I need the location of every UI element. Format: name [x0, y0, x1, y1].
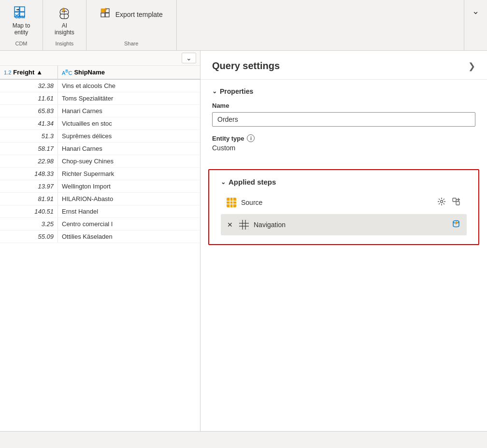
cdm-map-icon: CDM — [14, 6, 29, 21]
properties-section-header: ⌄ Properties — [212, 87, 475, 95]
table-row[interactable]: 140.51 Ernst Handel — [0, 205, 200, 218]
shipname-type-badge: ABC — [62, 69, 72, 76]
map-to-entity-label: Map toentity — [13, 22, 30, 36]
svg-rect-1 — [20, 7, 25, 12]
main-content: ⌄ 1.2 Freight ▲ ABC ShipName 32.38 Vins … — [0, 51, 487, 431]
entity-type-info-icon[interactable]: i — [247, 134, 255, 142]
insights-group-label: Insights — [55, 41, 73, 46]
cell-shipname: Victuailles en stoc — [58, 117, 200, 130]
table-row[interactable]: 41.34 Victuailles en stoc — [0, 117, 200, 130]
ai-brain-icon — [57, 6, 72, 21]
svg-point-15 — [441, 201, 443, 203]
ai-insights-button[interactable]: AIinsights — [51, 4, 78, 38]
expand-panel-button[interactable]: ❯ — [468, 61, 475, 72]
source-step-actions — [436, 196, 462, 209]
dropdown-bar: ⌄ — [0, 51, 200, 66]
data-table-panel: ⌄ 1.2 Freight ▲ ABC ShipName 32.38 Vins … — [0, 51, 201, 431]
source-settings-icon[interactable] — [436, 196, 447, 209]
cell-shipname: Vins et alcools Che — [58, 80, 200, 92]
navigation-step-name: Navigation — [254, 221, 446, 229]
source-step-name: Source — [241, 199, 432, 206]
export-template-label: Export template — [115, 11, 163, 18]
query-settings-header: Query settings ❯ — [201, 51, 487, 80]
cell-freight: 22.98 — [0, 155, 58, 167]
cell-freight: 41.34 — [0, 117, 58, 130]
export-icon — [100, 8, 112, 21]
name-field-label: Name — [212, 102, 475, 109]
table-row[interactable]: 148.33 Richter Supermark — [0, 168, 200, 180]
step-source[interactable]: Source — [221, 192, 467, 213]
cell-freight: 55.09 — [0, 231, 58, 243]
cell-shipname: Wellington Import — [58, 180, 200, 192]
cell-shipname: Hanari Carnes — [58, 143, 200, 155]
svg-rect-9 — [105, 13, 109, 17]
cell-freight: 3.25 — [0, 218, 58, 230]
svg-rect-16 — [453, 198, 456, 202]
shipname-column-label: ShipName — [74, 69, 105, 76]
navigation-delete-button[interactable]: ✕ — [226, 220, 234, 229]
svg-rect-10 — [227, 198, 236, 207]
cell-freight: 13.97 — [0, 180, 58, 192]
freight-column-label: Freight — [13, 69, 34, 76]
name-field-input[interactable] — [212, 112, 475, 127]
table-row[interactable]: 55.09 Ottilies Käseladen — [0, 231, 200, 243]
table-header: 1.2 Freight ▲ ABC ShipName — [0, 66, 200, 80]
entity-type-label-row: Entity type i — [212, 134, 475, 142]
applied-steps-section: ⌄ Applied steps Source — [208, 169, 479, 245]
query-settings-title: Query settings — [212, 60, 280, 72]
navigation-step-icon — [238, 219, 250, 231]
cell-shipname: HILARION-Abasto — [58, 193, 200, 205]
cell-shipname: Suprêmes délices — [58, 130, 200, 142]
cell-freight: 140.51 — [0, 205, 58, 217]
source-step-icon — [226, 197, 237, 208]
table-row[interactable]: 51.3 Suprêmes délices — [0, 130, 200, 143]
table-row[interactable]: 58.17 Hanari Carnes — [0, 143, 200, 155]
cell-freight: 65.83 — [0, 105, 58, 117]
table-row[interactable]: 13.97 Wellington Import — [0, 180, 200, 193]
map-to-entity-button[interactable]: CDM Map toentity — [8, 4, 35, 38]
svg-rect-8 — [101, 13, 105, 17]
cell-shipname: Ernst Handel — [58, 205, 200, 217]
cdm-group-label: CDM — [15, 41, 27, 46]
table-row[interactable]: 65.83 Hanari Carnes — [0, 105, 200, 117]
step-navigation[interactable]: ✕ Navigation — [221, 214, 467, 235]
freight-column-header[interactable]: 1.2 Freight ▲ — [0, 66, 58, 79]
table-row[interactable]: 32.38 Vins et alcools Che — [0, 80, 200, 92]
query-settings-panel: Query settings ❯ ⌄ Properties Name Entit… — [201, 51, 487, 431]
cell-shipname: Toms Spezialitäter — [58, 92, 200, 104]
column-dropdown-button[interactable]: ⌄ — [182, 53, 196, 63]
applied-steps-chevron-icon: ⌄ — [221, 179, 226, 186]
applied-steps-label: Applied steps — [229, 178, 276, 186]
source-navigate-icon[interactable] — [450, 196, 462, 209]
table-row[interactable]: 3.25 Centro comercial I — [0, 218, 200, 231]
toolbar-collapse-area: ⌄ — [464, 0, 487, 50]
cell-freight: 148.33 — [0, 168, 58, 180]
cell-freight: 11.61 — [0, 92, 58, 104]
cell-freight: 58.17 — [0, 143, 58, 155]
entity-type-text: Entity type — [212, 135, 244, 142]
toolbar: CDM Map toentity CDM — [0, 0, 487, 51]
properties-chevron-icon: ⌄ — [212, 88, 217, 95]
svg-rect-17 — [456, 202, 459, 205]
table-row[interactable]: 22.98 Chop-suey Chines — [0, 155, 200, 168]
applied-steps-header: ⌄ Applied steps — [221, 178, 467, 186]
navigation-action-icon[interactable] — [450, 218, 462, 231]
shipname-column-header[interactable]: ABC ShipName — [58, 66, 200, 79]
properties-section: ⌄ Properties Name Entity type i Custom — [201, 80, 487, 169]
navigation-step-actions — [450, 218, 462, 231]
table-row[interactable]: 81.91 HILARION-Abasto — [0, 193, 200, 205]
cell-shipname: Chop-suey Chines — [58, 155, 200, 167]
cell-shipname: Richter Supermark — [58, 168, 200, 180]
table-body[interactable]: 32.38 Vins et alcools Che 11.61 Toms Spe… — [0, 80, 200, 431]
ai-insights-label: AIinsights — [55, 22, 74, 36]
sort-icon: ▲ — [36, 69, 43, 76]
properties-label: Properties — [220, 87, 253, 95]
cell-freight: 81.91 — [0, 193, 58, 205]
export-template-button[interactable]: Export template — [94, 4, 169, 25]
table-row[interactable]: 11.61 Toms Spezialitäter — [0, 92, 200, 105]
entity-type-value: Custom — [212, 144, 475, 152]
toolbar-share-group: Export template Share — [86, 0, 177, 50]
freight-type-badge: 1.2 — [4, 70, 11, 75]
cell-shipname: Hanari Carnes — [58, 105, 200, 117]
collapse-ribbon-button[interactable]: ⌄ — [468, 4, 483, 18]
